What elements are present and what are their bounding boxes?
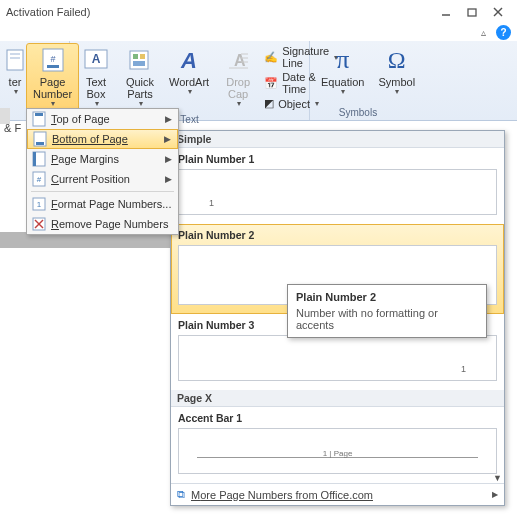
object-label: Object bbox=[278, 98, 310, 110]
svg-rect-9 bbox=[47, 65, 59, 68]
tooltip-body: Number with no formatting or accents bbox=[296, 307, 478, 331]
svg-text:1: 1 bbox=[37, 200, 42, 209]
menu-format-page-numbers[interactable]: 1 Format Page Numbers... bbox=[27, 194, 178, 214]
quick-parts-label: Quick Parts bbox=[126, 76, 154, 100]
submenu-arrow-icon: ▶ bbox=[492, 490, 498, 499]
text-box-icon: A bbox=[81, 46, 111, 74]
close-button[interactable] bbox=[485, 6, 511, 18]
margins-icon bbox=[27, 151, 51, 167]
svg-rect-12 bbox=[130, 51, 148, 69]
date-icon: 📅 bbox=[264, 77, 278, 90]
menu-page-margins[interactable]: Page Margins ▶ bbox=[27, 149, 178, 169]
restore-button[interactable] bbox=[459, 6, 485, 18]
doc-edge bbox=[0, 108, 10, 124]
gallery-preview: 1 bbox=[178, 169, 497, 215]
header-fragment-button[interactable]: ter ▾ bbox=[4, 43, 26, 100]
menu-bottom-of-page[interactable]: Bottom of Page ▶ bbox=[27, 129, 178, 149]
tooltip: Plain Number 2 Number with no formatting… bbox=[287, 284, 487, 338]
symbol-button[interactable]: Ω Symbol▾ bbox=[371, 43, 422, 100]
wordart-icon: A bbox=[174, 46, 204, 74]
submenu-arrow-icon: ▶ bbox=[165, 174, 172, 184]
svg-text:A: A bbox=[92, 52, 101, 66]
window-title: Activation Failed) bbox=[6, 6, 433, 18]
gallery-footer-more[interactable]: ⧉ More Page Numbers from Office.com ▶ bbox=[171, 483, 504, 505]
gallery-preview: 1 | Page bbox=[178, 428, 497, 474]
signature-icon: ✍ bbox=[264, 51, 278, 64]
svg-rect-6 bbox=[10, 57, 20, 59]
drop-cap-icon: A bbox=[223, 46, 253, 74]
pi-icon: π bbox=[328, 46, 358, 74]
drop-cap-label: Drop Cap bbox=[226, 76, 250, 100]
gallery-item-accent-bar-1[interactable]: Accent Bar 1 1 | Page bbox=[171, 407, 504, 483]
page-number-icon: # bbox=[38, 46, 68, 74]
svg-text:A: A bbox=[180, 48, 197, 72]
quick-parts-button[interactable]: Quick Parts▾ bbox=[118, 43, 162, 112]
svg-text:A: A bbox=[234, 52, 246, 69]
svg-rect-15 bbox=[133, 61, 145, 66]
help-icon[interactable]: ? bbox=[496, 25, 511, 40]
bottom-icon bbox=[28, 131, 52, 147]
menu-separator bbox=[31, 191, 174, 192]
page-number-label: Page Number bbox=[33, 76, 72, 100]
drop-cap-button: A Drop Cap▾ bbox=[216, 43, 260, 112]
top-icon bbox=[27, 111, 51, 127]
wordart-button[interactable]: A WordArt▾ bbox=[162, 43, 216, 100]
gallery-footer-label: More Page Numbers from Office.com bbox=[191, 489, 373, 501]
ribbon-caret-icon[interactable]: ▵ bbox=[481, 27, 486, 38]
text-box-label: Text Box bbox=[86, 76, 106, 100]
object-icon: ◩ bbox=[264, 97, 274, 110]
quick-parts-icon bbox=[125, 46, 155, 74]
dropdown-caret-icon: ▾ bbox=[14, 88, 18, 97]
office-icon: ⧉ bbox=[177, 488, 185, 501]
gallery-item-plain-1[interactable]: Plain Number 1 1 bbox=[171, 148, 504, 224]
group-symbols-label: Symbols bbox=[310, 107, 406, 120]
menu-remove-page-numbers[interactable]: Remove Page Numbers bbox=[27, 214, 178, 234]
svg-rect-14 bbox=[140, 54, 145, 59]
menu-top-of-page[interactable]: Top of Page ▶ bbox=[27, 109, 178, 129]
tooltip-title: Plain Number 2 bbox=[296, 291, 478, 303]
svg-rect-23 bbox=[35, 113, 43, 116]
submenu-arrow-icon: ▶ bbox=[164, 134, 171, 144]
current-icon: # bbox=[27, 171, 51, 187]
minimize-button[interactable] bbox=[433, 6, 459, 18]
format-icon: 1 bbox=[27, 197, 51, 211]
svg-rect-25 bbox=[36, 142, 44, 145]
svg-rect-27 bbox=[33, 152, 36, 166]
equation-button[interactable]: π Equation▾ bbox=[314, 43, 371, 100]
gallery-item-label: Plain Number 2 bbox=[178, 229, 497, 241]
svg-rect-13 bbox=[133, 54, 138, 59]
help-row: ▵ ? bbox=[0, 23, 517, 41]
submenu-arrow-icon: ▶ bbox=[165, 114, 172, 124]
gallery-header-pagex: Page X bbox=[171, 390, 504, 407]
remove-icon bbox=[27, 217, 51, 231]
title-bar: Activation Failed) bbox=[0, 0, 517, 23]
gallery-header-simple: Simple bbox=[171, 131, 504, 148]
svg-text:#: # bbox=[37, 175, 42, 184]
omega-icon: Ω bbox=[382, 46, 412, 74]
svg-rect-1 bbox=[468, 9, 476, 16]
gallery-preview: 1 bbox=[178, 335, 497, 381]
svg-rect-5 bbox=[10, 53, 20, 55]
scroll-down-icon[interactable]: ▼ bbox=[493, 473, 502, 483]
menu-current-position[interactable]: # Current Position ▶ bbox=[27, 169, 178, 189]
text-box-button[interactable]: A Text Box▾ bbox=[74, 43, 118, 112]
gallery-item-label: Plain Number 1 bbox=[178, 153, 497, 165]
svg-text:#: # bbox=[50, 54, 55, 64]
submenu-arrow-icon: ▶ bbox=[165, 154, 172, 164]
page-number-menu: Top of Page ▶ Bottom of Page ▶ Page Marg… bbox=[26, 108, 179, 235]
gallery-item-label: Accent Bar 1 bbox=[178, 412, 497, 424]
